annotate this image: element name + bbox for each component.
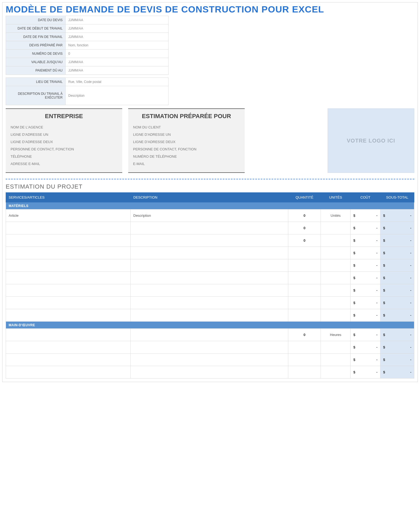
cell-qty[interactable]: 0: [288, 329, 321, 341]
cell-subtotal[interactable]: $-: [380, 209, 414, 222]
cell-units[interactable]: Heures: [321, 329, 351, 341]
cell-subtotal[interactable]: $-: [380, 222, 414, 234]
cell-qty[interactable]: [288, 284, 321, 297]
cell-units[interactable]: Unités: [321, 209, 351, 222]
cell-subtotal[interactable]: $-: [380, 354, 414, 366]
cell-service[interactable]: [6, 272, 131, 284]
cell-service[interactable]: [6, 234, 131, 247]
cell-description[interactable]: [131, 247, 288, 259]
cell-service[interactable]: Article: [6, 209, 131, 222]
cell-cost[interactable]: $-: [351, 259, 380, 272]
cell-service[interactable]: [6, 366, 131, 379]
cell-units[interactable]: [321, 341, 351, 354]
cell-description[interactable]: [131, 297, 288, 309]
company-line[interactable]: NOM DE L'AGENCE: [11, 124, 117, 131]
cell-description[interactable]: [131, 234, 288, 247]
cell-service[interactable]: [6, 247, 131, 259]
meta-value[interactable]: Description: [66, 86, 169, 105]
cell-subtotal[interactable]: $-: [380, 297, 414, 309]
cell-units[interactable]: [321, 272, 351, 284]
cell-subtotal[interactable]: $-: [380, 309, 414, 322]
client-line[interactable]: NUMÉRO DE TÉLÉPHONE: [133, 153, 240, 160]
cell-qty[interactable]: [288, 309, 321, 322]
client-line[interactable]: LIGNE D'ADRESSE DEUX: [133, 138, 240, 146]
cell-cost[interactable]: $-: [351, 272, 380, 284]
cell-units[interactable]: [321, 247, 351, 259]
cell-subtotal[interactable]: $-: [380, 366, 414, 379]
cell-description[interactable]: [131, 222, 288, 234]
cell-cost[interactable]: $-: [351, 209, 380, 222]
cell-units[interactable]: [321, 234, 351, 247]
cell-qty[interactable]: [288, 259, 321, 272]
cell-description[interactable]: [131, 329, 288, 341]
cell-description[interactable]: [131, 284, 288, 297]
meta-value[interactable]: JJ/MM/AA: [66, 24, 169, 33]
cell-cost[interactable]: $-: [351, 247, 380, 259]
meta-value[interactable]: Rue, Ville, Code postal: [66, 78, 169, 86]
cell-subtotal[interactable]: $-: [380, 234, 414, 247]
cell-description[interactable]: [131, 366, 288, 379]
cell-cost[interactable]: $-: [351, 284, 380, 297]
cell-qty[interactable]: 0: [288, 234, 321, 247]
cell-description[interactable]: [131, 309, 288, 322]
cell-service[interactable]: [6, 284, 131, 297]
cell-units[interactable]: [321, 366, 351, 379]
cell-qty[interactable]: [288, 366, 321, 379]
cell-cost[interactable]: $-: [351, 341, 380, 354]
cell-cost[interactable]: $-: [351, 309, 380, 322]
client-line[interactable]: E-MAIL: [133, 160, 240, 167]
cell-service[interactable]: [6, 297, 131, 309]
company-line[interactable]: TÉLÉPHONE: [11, 153, 117, 160]
cell-subtotal[interactable]: $-: [380, 259, 414, 272]
logo-placeholder[interactable]: VOTRE LOGO ICI: [328, 108, 414, 173]
cell-cost[interactable]: $-: [351, 366, 380, 379]
cell-units[interactable]: [321, 284, 351, 297]
company-line[interactable]: LIGNE D'ADRESSE DEUX: [11, 138, 117, 146]
client-line[interactable]: NOM DU CLIENT: [133, 124, 240, 131]
meta-value[interactable]: JJ/MM/AA: [66, 66, 169, 75]
cell-units[interactable]: [321, 309, 351, 322]
cell-units[interactable]: [321, 222, 351, 234]
cell-subtotal[interactable]: $-: [380, 272, 414, 284]
cell-subtotal[interactable]: $-: [380, 284, 414, 297]
cell-service[interactable]: [6, 329, 131, 341]
cell-cost[interactable]: $-: [351, 354, 380, 366]
company-line[interactable]: ADRESSE E-MAIL: [11, 160, 117, 167]
client-line[interactable]: PERSONNE DE CONTACT, FONCTION: [133, 146, 240, 153]
cell-service[interactable]: [6, 309, 131, 322]
cell-qty[interactable]: 0: [288, 209, 321, 222]
cell-subtotal[interactable]: $-: [380, 329, 414, 341]
cell-description[interactable]: [131, 259, 288, 272]
cell-units[interactable]: [321, 259, 351, 272]
company-line[interactable]: LIGNE D'ADRESSE UN: [11, 131, 117, 138]
cell-service[interactable]: [6, 259, 131, 272]
meta-value[interactable]: JJ/MM/AA: [66, 33, 169, 41]
cell-subtotal[interactable]: $-: [380, 247, 414, 259]
meta-value[interactable]: Nom, fonction: [66, 41, 169, 50]
cell-qty[interactable]: [288, 341, 321, 354]
cell-cost[interactable]: $-: [351, 329, 380, 341]
cell-description[interactable]: [131, 341, 288, 354]
company-line[interactable]: PERSONNE DE CONTACT, FONCTION: [11, 146, 117, 153]
cell-description[interactable]: Description: [131, 209, 288, 222]
meta-value[interactable]: JJ/MM/AA: [66, 16, 169, 24]
cell-service[interactable]: [6, 222, 131, 234]
cell-cost[interactable]: $-: [351, 297, 380, 309]
cell-qty[interactable]: [288, 297, 321, 309]
cell-units[interactable]: [321, 297, 351, 309]
cell-description[interactable]: [131, 354, 288, 366]
cell-service[interactable]: [6, 341, 131, 354]
cell-subtotal[interactable]: $-: [380, 341, 414, 354]
cell-cost[interactable]: $-: [351, 234, 380, 247]
cell-qty[interactable]: 0: [288, 222, 321, 234]
cell-qty[interactable]: [288, 272, 321, 284]
cell-service[interactable]: [6, 354, 131, 366]
cell-description[interactable]: [131, 272, 288, 284]
meta-value[interactable]: JJ/MM/AA: [66, 58, 169, 66]
client-line[interactable]: LIGNE D'ADRESSE UN: [133, 131, 240, 138]
cell-qty[interactable]: [288, 247, 321, 259]
cell-units[interactable]: [321, 354, 351, 366]
cell-qty[interactable]: [288, 354, 321, 366]
cell-cost[interactable]: $-: [351, 222, 380, 234]
meta-value[interactable]: 0: [66, 50, 169, 58]
